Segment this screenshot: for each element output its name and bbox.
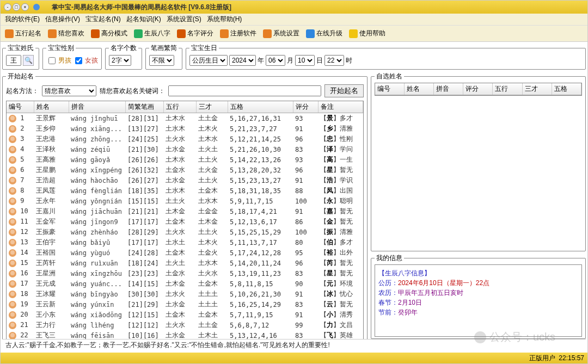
table-row[interactable]: 3 王忠港wáng zhōng...[24][25]土火水土木水5,12,21,…	[7, 134, 363, 144]
group-birthday: 宝宝生日 公历生日 2024年 06月 10日 22时	[186, 44, 586, 70]
tb-highscore[interactable]: 高分模式	[89, 28, 130, 39]
proverb-note: 古人云:"赐子千金,不如教子一艺；教子一艺,不如赐子好名."又云:"不怕生错命,…	[2, 339, 586, 351]
tb-bazi[interactable]: 生辰八字	[132, 28, 173, 39]
method-select[interactable]: 猜您喜欢	[42, 85, 96, 96]
avatar-icon	[9, 166, 16, 174]
search-icon[interactable]: 🔍	[23, 55, 34, 66]
birth-month-select[interactable]: 06	[266, 55, 285, 66]
table-row[interactable]: 1 王景辉wáng jǐnghuī[28][31]土木水土土金5,16,27,1…	[7, 113, 363, 124]
birth-day-select[interactable]: 10	[295, 55, 315, 66]
avatar-icon	[9, 146, 16, 153]
group-complexity: 笔画繁简 不限	[145, 44, 182, 70]
avatar-icon	[9, 218, 16, 226]
app-icon	[33, 4, 40, 10]
shield-icon	[91, 29, 100, 38]
avatar-icon	[9, 249, 16, 257]
birth-hour-select[interactable]: 22	[324, 55, 344, 66]
avatar-icon	[9, 280, 16, 288]
max-icon[interactable]: □	[13, 3, 20, 11]
start-button[interactable]: 开始起名	[324, 84, 364, 97]
globe-icon	[306, 29, 315, 38]
group-start: 开始起名 起名方法： 猜您喜欢 猜您喜欢起名关键词： 开始起名 编号	[2, 72, 367, 339]
help-icon	[349, 29, 358, 38]
menu-item[interactable]: 系统设置(S)	[164, 14, 204, 25]
menu-item[interactable]: 信息操作(V)	[43, 14, 82, 25]
table-row[interactable]: 21 王力行wáng lìhéng[12][12]土火水土土金5,6,8,7,1…	[7, 320, 363, 330]
table-row[interactable]: 6 王星鹏wáng xīngpéng[26][32]土金水土火金5,13,28,…	[7, 165, 363, 175]
menu-item[interactable]: 起名知识(K)	[124, 14, 163, 25]
birth-year-select[interactable]: 2024	[229, 55, 256, 66]
complexity-select[interactable]: 不限	[149, 55, 174, 66]
avatar-icon	[9, 311, 16, 319]
menu-item[interactable]: 宝宝起名(N)	[83, 14, 123, 25]
keyword-input[interactable]	[168, 85, 321, 96]
title-bar: - □ × 掌中宝-周易起名大师-中国最棒的周易起名软件 [V9.6.8注册版]	[1, 1, 587, 14]
table-row[interactable]: 18 王冰耀wáng bīngyào[30][30]土水火土土土5,10,26,…	[7, 289, 363, 299]
avatar-icon	[9, 187, 16, 195]
tb-update[interactable]: 在线升级	[304, 28, 345, 39]
badge-icon	[177, 29, 186, 38]
group-count: 名字个数 2字	[105, 44, 142, 70]
avatar-icon	[9, 156, 16, 164]
table-row[interactable]: 13 王伯宇wáng bǎiyǔ[17][17]土水土土木火5,11,13,7,…	[7, 237, 363, 248]
avatar-icon	[9, 125, 16, 133]
avatar-icon	[9, 177, 16, 184]
keyword-label: 猜您喜欢起名关键词：	[100, 87, 165, 96]
table-row[interactable]: 7 王浩超wáng hàochāo[26][27]土水金土土火5,15,23,1…	[7, 175, 363, 186]
gear-icon	[263, 29, 272, 38]
tb-help[interactable]: 使用帮助	[347, 28, 388, 39]
birth-type-select[interactable]: 公历生日	[189, 55, 228, 66]
wuxing-icon	[5, 29, 14, 38]
gender-boy[interactable]: 男孩	[46, 55, 71, 66]
table-row[interactable]: 11 王金军wáng jīngon9[17][17]土金木土木金5,12,13,…	[7, 217, 363, 227]
group-picked: 自选姓名 编号 姓名 拼音 评分 五行 三才 五格	[371, 72, 586, 251]
table-row[interactable]: 12 王振豪wáng zhènháo[28][29]土火水土土火5,15,25,…	[7, 227, 363, 237]
avatar-icon	[9, 135, 16, 143]
avatar-icon	[9, 270, 16, 277]
tb-guess[interactable]: 猜您喜欢	[46, 28, 87, 39]
table-row[interactable]: 17 王元成wáng yuánc...[14][15]土木金土金木5,8,11,…	[7, 279, 363, 289]
table-row[interactable]: 14 王裕国wáng yùguó[24][28]土金木土金火5,17,24,12…	[7, 248, 363, 258]
table-row[interactable]: 19 王云新wáng yúnxīn[21][29]土水金土土土5,16,25,1…	[7, 299, 363, 310]
avatar-icon	[9, 208, 16, 215]
table-row[interactable]: 10 王嘉川wáng jiāchuān[21][21]土木金土金金5,18,17…	[7, 206, 363, 217]
count-select[interactable]: 2字	[109, 55, 131, 66]
surname-input[interactable]	[6, 55, 21, 66]
table-row[interactable]: 5 王高雅wáng gāoyǎ[26][26]土木水土土火5,14,22,13,…	[7, 155, 363, 165]
table-row[interactable]: 2 王乡仰wáng xiāng...[13][27]土水木土木火5,21,23,…	[7, 124, 363, 134]
avatar-icon	[9, 322, 16, 329]
avatar-icon	[9, 115, 16, 122]
gender-girl[interactable]: 女孩	[73, 55, 98, 66]
leaf-icon	[134, 29, 143, 38]
table-row[interactable]: 4 王泽秋wáng zéqiū[21][30]土水金土火土5,21,26,10,…	[7, 144, 363, 155]
close-icon[interactable]: ×	[21, 3, 29, 11]
avatar-icon	[9, 239, 16, 246]
status-time: 22:15:57	[559, 354, 584, 362]
menu-item[interactable]: 我的软件(E)	[3, 14, 42, 25]
avatar-icon	[9, 291, 16, 298]
group-gender: 宝宝性别 男孩 女孩	[42, 44, 102, 70]
info-panel: 【生辰八字信息】 公历：2024年6月10日（星期一）22点 农历：甲辰年五月初…	[375, 264, 582, 337]
tb-wuxing[interactable]: 五行起名	[3, 28, 44, 39]
tb-settings[interactable]: 系统设置	[261, 28, 302, 39]
picked-table: 编号 姓名 拼音 评分 五行 三才 五格	[375, 83, 581, 95]
avatar-icon	[9, 301, 16, 309]
window-title: 掌中宝-周易起名大师-中国最棒的周易起名软件 [V9.6.8注册版]	[52, 3, 231, 12]
table-row[interactable]: 20 王小东wáng xiǎodōng[12][15]土金木土金木5,7,11,…	[7, 310, 363, 320]
method-label: 起名方法：	[6, 87, 39, 96]
table-row[interactable]: 9 王永年wáng yǒngnián[15][15]土土火土水木5,9,11,7…	[7, 196, 363, 206]
table-row[interactable]: 16 王星洲wáng xīngzhōu[23][23]土金水土火水5,13,19…	[7, 268, 363, 279]
tb-register[interactable]: 注册软件	[218, 28, 259, 39]
table-row[interactable]: 15 王芮轩wáng ruìxuān[18][24]土火土土水木5,14,20,…	[7, 258, 363, 268]
table-row[interactable]: 22 王飞三wáng fēisān[10][16]土水金土木土5,13,12,4…	[7, 330, 363, 339]
status-bar: 正版用户 22:15:57	[1, 353, 587, 363]
avatar-icon	[9, 332, 16, 339]
tb-score[interactable]: 名字评分	[175, 28, 216, 39]
bazi-title: 【生辰八字信息】	[378, 268, 578, 278]
min-icon[interactable]: -	[4, 3, 11, 11]
key-icon	[220, 29, 229, 38]
status-user: 正版用户	[529, 354, 555, 362]
table-row[interactable]: 8 王凤莲wáng fènglián[18][35]土水木土金木5,18,31,…	[7, 186, 363, 196]
avatar-icon	[9, 260, 16, 267]
menu-item[interactable]: 系统帮助(H)	[205, 14, 244, 25]
